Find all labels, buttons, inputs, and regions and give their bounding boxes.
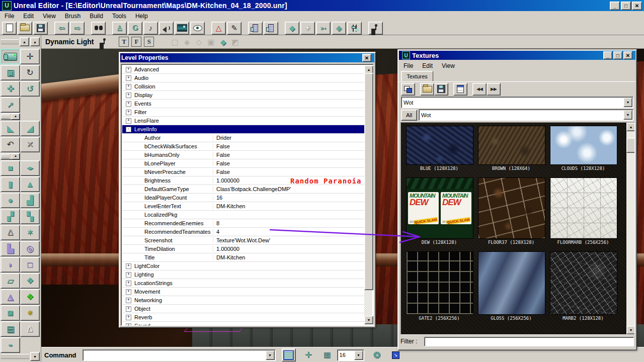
actor-align-button[interactable]: ✛ xyxy=(302,349,315,361)
brush-cylinder-tool[interactable]: ▮ xyxy=(1,176,20,192)
property-row[interactable]: RecommendedTeammates 4 xyxy=(122,228,364,236)
tree-group-row[interactable]: + Networking xyxy=(122,296,364,305)
texture-tile-brown[interactable]: MOUNTAINDEWQUICK SLAM20 oz. MOUNTAINDEWQ… xyxy=(478,126,544,171)
tree-group-row[interactable]: + Movement xyxy=(122,288,364,296)
freehand-polygon-tool[interactable]: ↶ xyxy=(1,137,20,152)
palette-divider[interactable] xyxy=(1,153,20,160)
brush-loft-tool[interactable]: ▙ xyxy=(1,241,20,256)
open-map-button[interactable] xyxy=(18,22,32,35)
vertex-edit-tool[interactable]: ➚ xyxy=(1,97,20,113)
expand-icon[interactable]: + xyxy=(126,67,131,72)
log-window-button[interactable] xyxy=(282,348,296,361)
brush-curved-stairs-tool[interactable]: ▞ xyxy=(1,209,20,224)
scrollbar-thumb[interactable] xyxy=(364,73,373,290)
property-row[interactable]: IdealPlayerCount 16 xyxy=(122,194,364,202)
tree-group-row[interactable]: + LightColor xyxy=(122,262,364,270)
scroll-down-icon[interactable]: ▼ xyxy=(364,316,373,324)
close-button[interactable]: ✕ xyxy=(623,51,632,59)
rotate-tool[interactable]: ↻ xyxy=(20,65,40,80)
texture-tile-gate2[interactable]: MOUNTAINDEWQUICK SLAM20 oz. MOUNTAINDEWQ… xyxy=(406,251,472,321)
property-row[interactable]: DefaultGameType Class'Botpack.ChallengeD… xyxy=(122,185,364,194)
tree-group-row[interactable]: + Filter xyxy=(122,108,364,117)
menu-item[interactable]: Edit xyxy=(418,61,437,70)
tree-group-row[interactable]: + Advanced xyxy=(122,65,364,74)
snap-vertex-button[interactable]: ↘ xyxy=(389,349,403,361)
close-button[interactable]: ✕ xyxy=(632,2,642,10)
all-groups-button[interactable]: All xyxy=(401,110,417,121)
brush-clip-tool[interactable]: ◣ xyxy=(1,121,20,136)
menu-item[interactable]: File xyxy=(0,12,19,21)
dropdown-icon[interactable]: ▼ xyxy=(623,98,632,107)
brush-sheets-tool[interactable]: ✶ xyxy=(20,225,40,240)
property-row[interactable]: Screenshot Texture'Wot.Wot.Dew' xyxy=(122,236,364,245)
menu-item[interactable]: Tools xyxy=(108,12,131,21)
expand-icon[interactable]: + xyxy=(126,93,131,98)
brush-tube-tool[interactable]: ◗ xyxy=(1,257,20,273)
brush-sphere-tool[interactable]: ● xyxy=(1,193,20,208)
viewmode-projection-icon[interactable]: ◇ xyxy=(193,36,205,47)
add-light-button[interactable]: ☀ xyxy=(300,22,315,35)
tree-group-row[interactable]: + Sound xyxy=(122,322,364,326)
dock-browser-button[interactable] xyxy=(401,83,415,96)
menu-item[interactable]: File xyxy=(399,61,418,70)
tree-group-row[interactable]: + Audio xyxy=(122,74,364,82)
expand-icon[interactable]: + xyxy=(126,323,131,326)
property-row[interactable]: bNeverPrecache False xyxy=(122,168,364,176)
group-browser-button[interactable]: G xyxy=(128,22,142,35)
grid-size-dropdown-icon[interactable]: ▼ xyxy=(354,350,363,360)
add-path-button[interactable]: ➳ xyxy=(316,22,331,35)
palette-scroll-up-button[interactable]: ▲ xyxy=(30,37,40,46)
brush-wedge-tool[interactable]: ▱ xyxy=(1,273,20,289)
palette-divider[interactable] xyxy=(1,113,20,120)
tree-group-row[interactable]: + Reverb xyxy=(122,313,364,322)
brush-polys-button[interactable]: △ xyxy=(211,22,226,35)
menu-item[interactable]: View xyxy=(38,12,60,21)
palette-scroll-down-button[interactable]: ▼ xyxy=(30,352,40,361)
brush-mountain-tool[interactable]: ∆ xyxy=(20,321,40,337)
brush-terrain-tool[interactable]: ∆ xyxy=(1,225,20,240)
build-geometry-button[interactable] xyxy=(248,22,263,35)
build-all-button[interactable] xyxy=(264,22,278,35)
expand-icon[interactable]: + xyxy=(126,315,131,320)
brush-torus-tool[interactable]: ◎ xyxy=(20,241,40,256)
texture-tile-floormarb[interactable]: MOUNTAINDEWQUICK SLAM20 oz. MOUNTAINDEWQ… xyxy=(550,177,616,245)
open-package-button[interactable] xyxy=(420,83,434,96)
add-mover-button[interactable]: ◈ xyxy=(332,22,346,35)
menu-item[interactable]: Edit xyxy=(19,12,38,21)
brush-shape-tool[interactable]: ❖ xyxy=(20,273,40,289)
brush-tessellated-tool[interactable]: ✴ xyxy=(20,305,40,321)
brush-box-tool[interactable]: □ xyxy=(20,257,40,273)
texture-scrollbar[interactable]: ▲ ▼ xyxy=(626,123,634,334)
menu-item[interactable]: View xyxy=(437,61,459,70)
dropdown-icon[interactable]: ▼ xyxy=(623,110,632,120)
brush-spiral-stairs-tool[interactable]: ▚ xyxy=(20,209,40,224)
brush-cube-tool[interactable]: ■ xyxy=(1,160,20,176)
textures-title-bar[interactable]: U Textures _ □ ✕ xyxy=(399,51,635,60)
maximize-button[interactable]: □ xyxy=(613,51,622,59)
texture-properties-button[interactable] xyxy=(453,83,467,96)
tree-group-row[interactable]: + Object xyxy=(122,305,364,313)
tree-group-row[interactable]: + Events xyxy=(122,100,364,108)
add-volume-button[interactable]: ◆ xyxy=(285,22,299,35)
property-row[interactable]: LevelEnterText DM-Kitchen xyxy=(122,202,364,211)
expand-icon[interactable]: + xyxy=(126,110,131,115)
texture-tile-clouds[interactable]: MOUNTAINDEWQUICK SLAM20 oz. MOUNTAINDEWQ… xyxy=(550,126,616,171)
actor-browser-button[interactable]: ♙ xyxy=(112,22,127,35)
properties-scrollbar[interactable]: ▲ ▼ xyxy=(364,65,372,324)
viewmode-textured-icon[interactable]: ◆ xyxy=(217,36,229,47)
scroll-up-icon[interactable]: ▲ xyxy=(626,123,635,131)
command-input[interactable]: ▼ xyxy=(83,349,276,361)
scrollbar-thumb[interactable] xyxy=(626,138,635,153)
grid-size-combo[interactable]: 16 ▼ xyxy=(337,349,364,361)
expand-icon[interactable]: + xyxy=(126,101,131,107)
brush-sheet-tool[interactable]: ◆ xyxy=(20,160,40,176)
property-row[interactable]: LocalizedPkg xyxy=(122,211,364,219)
render-mode-button[interactable]: T xyxy=(119,37,129,47)
search-actors-button[interactable] xyxy=(91,22,106,35)
expand-icon[interactable]: + xyxy=(126,272,131,278)
viewmode-wireframe-icon[interactable]: ▢ xyxy=(169,36,181,47)
property-row[interactable]: RecommendedEnemies 8 xyxy=(122,219,364,228)
tab-textures[interactable]: Textures xyxy=(401,71,433,81)
property-row[interactable]: bLonePlayer False xyxy=(122,159,364,168)
save-map-button[interactable] xyxy=(33,22,48,35)
